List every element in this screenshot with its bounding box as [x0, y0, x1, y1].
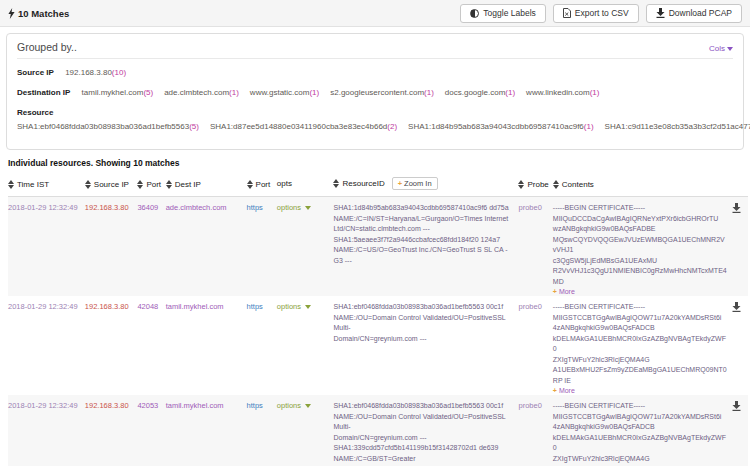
column-header[interactable]: Contents [562, 180, 594, 189]
group-row: Resource SHA1:ebf0468fdda03b08983ba036ad… [17, 106, 733, 134]
table-header-row: Time ISTSource IPPortDest IPPortoptsReso… [8, 172, 748, 197]
group-count: (1) [424, 88, 434, 97]
row-download-icon[interactable] [732, 203, 741, 213]
options-label: options [277, 203, 303, 212]
source-port-link[interactable]: 42053 [137, 401, 158, 410]
dest-ip-link[interactable]: tamil.mykhel.com [166, 302, 224, 311]
sort-icon[interactable] [553, 180, 559, 189]
cols-label: Cols [709, 44, 725, 53]
group-value: SHA1:c9d11e3e08cb35a3b3cf2d51ac477e27cda [605, 122, 750, 131]
caret-down-icon [727, 47, 733, 51]
options-dropdown[interactable]: options [277, 302, 311, 311]
group-count: (1) [584, 122, 594, 131]
options-dropdown[interactable]: options [277, 203, 311, 212]
group-value: 192.168.3.80 [65, 68, 112, 77]
resource-id-text: SHA1:ebf0468fdda03b08983ba036ad1befb5563… [333, 302, 514, 344]
group-value-link[interactable]: SHA1:ebf0468fdda03b08983ba036ad1befb5563… [17, 122, 199, 131]
table-row: 2018-01-29 12:32:49 192.168.3.80 36409 a… [8, 197, 748, 297]
cols-dropdown[interactable]: Cols [709, 44, 733, 53]
group-count: (1) [590, 88, 600, 97]
group-count: (1) [309, 88, 319, 97]
group-value-link[interactable]: www.gstatic.com(1) [250, 88, 319, 97]
sort-icon[interactable] [333, 179, 339, 188]
group-value-link[interactable]: 192.168.3.80(10) [65, 68, 126, 77]
source-ip-link[interactable]: 192.168.3.80 [85, 302, 129, 311]
download-pcap-button[interactable]: Download PCAP [646, 4, 742, 23]
matches-count-title: 10 Matches [18, 8, 69, 19]
contents-text: -----BEGIN CERTIFICATE----- MIIGSTCCBTGg… [553, 401, 728, 466]
source-port-link[interactable]: 42048 [137, 302, 158, 311]
group-count: (5) [143, 88, 153, 97]
column-header[interactable]: Source IP [94, 180, 129, 189]
options-dropdown[interactable]: options [277, 401, 311, 410]
download-pcap-label: Download PCAP [669, 8, 732, 18]
group-value-link[interactable]: docs.google.com(1) [445, 88, 515, 97]
group-value: www.linkedin.com [526, 88, 590, 97]
probe-label: probe0 [518, 302, 541, 311]
group-row: Destination IP tamil.mykhel.com(5)ade.cl… [17, 86, 733, 100]
export-csv-button[interactable]: Export to CSV [553, 4, 639, 23]
dest-port-link[interactable]: https [247, 302, 263, 311]
matches-header-bar: 10 Matches Toggle Labels Export to CSV D… [0, 0, 750, 27]
group-label: Resource [17, 108, 53, 117]
group-value: www.gstatic.com [250, 88, 310, 97]
toggle-labels-button[interactable]: Toggle Labels [460, 4, 545, 23]
group-value-link[interactable]: s2.googleusercontent.com(1) [330, 88, 434, 97]
group-value-link[interactable]: ade.clmbtech.com(1) [164, 88, 239, 97]
bolt-icon [8, 8, 15, 19]
sort-icon[interactable] [8, 180, 14, 189]
individual-resources-section: Individual resources. Showing 10 matches… [0, 158, 750, 466]
row-download-icon[interactable] [732, 302, 741, 312]
options-label: options [277, 302, 303, 311]
download-icon [656, 8, 665, 18]
dest-ip-link[interactable]: ade.clmbtech.com [166, 203, 227, 212]
time-link[interactable]: 2018-01-29 12:32:49 [8, 203, 78, 212]
toggle-icon [470, 9, 479, 18]
group-count: (2) [387, 122, 397, 131]
group-value-link[interactable]: www.linkedin.com(1) [526, 88, 599, 97]
column-header[interactable]: Port [146, 180, 161, 189]
sort-icon[interactable] [166, 180, 172, 189]
more-label: More [559, 288, 575, 295]
column-header[interactable]: Port [256, 180, 271, 189]
more-link[interactable]: + More [553, 387, 575, 394]
sort-icon[interactable] [518, 180, 524, 189]
topbar-buttons: Toggle Labels Export to CSV Download PCA… [460, 4, 742, 23]
column-header[interactable]: ResourceID [342, 179, 384, 188]
options-label: options [277, 401, 303, 410]
column-header[interactable]: Probe [527, 180, 548, 189]
time-link[interactable]: 2018-01-29 12:32:49 [8, 401, 78, 410]
group-value-link[interactable]: SHA1:1d84b95ab683a94043cdbb69587410ac9f6… [408, 122, 594, 131]
source-port-link[interactable]: 36409 [137, 203, 158, 212]
source-ip-link[interactable]: 192.168.3.80 [85, 401, 129, 410]
contents-text: -----BEGIN CERTIFICATE----- MIIQuDCCDaCg… [553, 203, 728, 287]
group-value: ade.clmbtech.com [164, 88, 229, 97]
dest-port-link[interactable]: https [247, 203, 263, 212]
more-label: More [559, 387, 575, 394]
group-value: docs.google.com [445, 88, 505, 97]
group-value-link[interactable]: SHA1:c9d11e3e08cb35a3b3cf2d51ac477e27cda… [605, 122, 750, 131]
toggle-labels-label: Toggle Labels [483, 8, 535, 18]
dest-ip-link[interactable]: tamil.mykhel.com [166, 401, 224, 410]
column-header[interactable]: Time IST [17, 180, 49, 189]
group-value: SHA1:1d84b95ab683a94043cdbb69587410ac9f6 [408, 122, 584, 131]
row-download-icon[interactable] [732, 401, 741, 411]
resource-id-text: SHA1:1d84b95ab683a94043cdbb69587410ac9f6… [333, 203, 514, 266]
source-ip-link[interactable]: 192.168.3.80 [85, 203, 129, 212]
time-link[interactable]: 2018-01-29 12:32:49 [8, 302, 78, 311]
more-link[interactable]: + More [553, 288, 575, 295]
group-value-link[interactable]: SHA1:d87ee5d14880e03411960cba3e83ec4b66d… [210, 122, 397, 131]
zoom-in-button[interactable]: +Zoom In [392, 177, 438, 190]
group-value-link[interactable]: tamil.mykhel.com(5) [82, 88, 154, 97]
probe-label: probe0 [518, 401, 541, 410]
sort-icon[interactable] [247, 180, 253, 189]
dest-port-link[interactable]: https [247, 401, 263, 410]
group-rows: Source IP 192.168.3.80(10) Destination I… [17, 66, 733, 134]
sort-icon[interactable] [85, 180, 91, 189]
sort-icon[interactable] [137, 180, 143, 189]
resource-id-text: SHA1:ebf0468fdda03b08983ba036ad1befb5563… [333, 401, 514, 466]
column-header[interactable]: Dest IP [175, 180, 201, 189]
column-header[interactable]: opts [277, 179, 292, 188]
group-count: (1) [229, 88, 239, 97]
plus-icon: + [553, 288, 557, 295]
